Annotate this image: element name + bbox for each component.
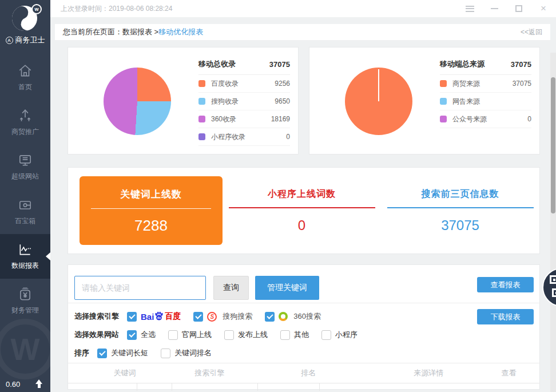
baidu-logo: Bai du 百度 <box>141 311 181 322</box>
filter-label: 选择搜索引擎 <box>74 311 119 322</box>
baidu-engine-option[interactable]: Bai du 百度 <box>127 311 181 322</box>
last-login-time: 上次登录时间：2019-08-06 08:28:24 <box>61 4 172 14</box>
miniprogram-checkbox[interactable] <box>321 330 331 340</box>
query-button[interactable]: 查询 <box>213 276 249 300</box>
menu-button[interactable] <box>465 4 474 13</box>
stat-value: 37075 <box>381 217 539 233</box>
view-report-button[interactable]: 查看报表 <box>477 277 534 292</box>
column-header: 排名 <box>238 368 379 378</box>
site-option-publish[interactable]: 发布上线 <box>224 330 268 340</box>
manage-keywords-button[interactable]: 管理关键词 <box>255 276 319 300</box>
column-header: 关键词 <box>68 368 181 378</box>
filter-label: 选择效果网站 <box>74 330 119 340</box>
sidebar-item-home[interactable]: 首页 <box>0 56 50 100</box>
app-logo: w <box>11 5 39 33</box>
sort-option-length[interactable]: 关键词长短 <box>97 348 148 358</box>
vertical-scrollbar[interactable] <box>550 53 556 392</box>
titlebar: 上次登录时间：2019-08-06 08:28:24 × <box>50 0 556 17</box>
sidebar-item-label: 数据报表 <box>11 261 39 271</box>
sidebar-item-label: 百宝箱 <box>15 216 35 226</box>
stat-divider <box>387 207 534 208</box>
legend-swatch <box>198 116 205 122</box>
legend-swatch <box>198 98 205 105</box>
site-option-other[interactable]: 其他 <box>280 330 309 340</box>
sidebar-item-super-website[interactable]: 超级网站 <box>0 145 50 189</box>
back-link[interactable]: <<返回 <box>521 27 542 37</box>
sidebar-item-finance[interactable]: 财务管理 <box>0 279 50 323</box>
360-checkbox[interactable] <box>265 312 275 322</box>
sogou-engine-option[interactable]: S 搜狗搜索 <box>193 311 252 322</box>
sidebar-item-data-report[interactable]: 数据报表 <box>0 234 50 279</box>
legend-item: 小程序收录 0 <box>198 128 290 146</box>
keyword-search-input[interactable] <box>74 276 206 300</box>
watermark-shield-icon: W <box>0 319 50 379</box>
360-engine-option[interactable]: 360搜索 <box>265 311 321 322</box>
minimize-button[interactable] <box>490 4 499 13</box>
other-checkbox[interactable] <box>280 330 290 340</box>
legend-item: 公众号来源 0 <box>440 110 531 128</box>
legend-total: 37075 <box>511 60 531 69</box>
official-site-checkbox[interactable] <box>168 330 178 340</box>
qr-code-icon <box>550 275 556 284</box>
sogou-logo-icon: S <box>207 312 217 322</box>
sidebar-nav: 首页 商贸推广 超级网站 百宝箱 数据报表 财务管理 <box>0 56 50 323</box>
qr-code-icon <box>552 288 556 297</box>
sidebar-item-promotion[interactable]: 商贸推广 <box>0 100 50 145</box>
sidebar: w A 商务卫士 首页 商贸推广 超级网站 百宝箱 数据报表 财务管理 <box>0 0 50 392</box>
keyword-online-stat[interactable]: 关键词上线数 7288 <box>80 176 223 245</box>
hamburger-icon <box>466 6 474 12</box>
site-option-official[interactable]: 官网上线 <box>168 330 212 340</box>
keyword-length-checkbox[interactable] <box>97 349 107 358</box>
mobile-source-chart-card: 移动端总来源 37075 商贸来源 37075 网告来源 <box>309 47 540 155</box>
stat-title: 搜索前三页信息数 <box>381 188 539 200</box>
legend-item: 商贸来源 37075 <box>440 75 531 93</box>
table-row <box>68 383 539 391</box>
stat-divider <box>91 208 211 209</box>
toolbox-icon <box>18 197 33 212</box>
sidebar-item-label: 商贸推广 <box>11 127 39 137</box>
close-button[interactable]: × <box>539 4 548 13</box>
version-number: 0.60 <box>6 380 20 389</box>
result-table-header: 关键词 搜索引擎 排名 来源详情 查看 <box>68 363 539 383</box>
brand-name: 商务卫士 <box>15 35 45 45</box>
legend-item: 网告来源 <box>440 93 531 110</box>
upload-arrow-icon[interactable] <box>34 379 43 389</box>
maximize-button[interactable] <box>514 4 523 13</box>
select-all-checkbox[interactable] <box>127 330 137 340</box>
baidu-checkbox[interactable] <box>127 312 137 322</box>
breadcrumb-current[interactable]: 移动优化报表 <box>158 27 203 37</box>
sogou-checkbox[interactable] <box>193 312 203 322</box>
monitor-icon <box>18 153 33 168</box>
scrollbar-thumb[interactable] <box>551 77 555 213</box>
sidebar-item-label: 首页 <box>18 82 32 92</box>
legend-swatch <box>440 98 447 105</box>
legend-swatch <box>198 80 205 87</box>
mobile-source-pie-chart[interactable] <box>345 68 412 135</box>
column-header: 来源详情 <box>379 368 478 378</box>
chart-report-icon <box>18 242 33 257</box>
mobile-index-pie-chart[interactable] <box>104 68 171 135</box>
site-option-all[interactable]: 全选 <box>127 330 156 340</box>
stat-value: 0 <box>223 217 381 233</box>
chart-legend: 移动总收录 37075 百度收录 9256 搜狗收录 9650 <box>198 59 290 146</box>
legend-item: 360收录 18169 <box>198 110 290 128</box>
breadcrumb-prefix: 您当前所在页面：数据报表 > <box>63 27 158 37</box>
miniprogram-words-stat[interactable]: 小程序上线词数 0 <box>223 188 381 233</box>
top3-pages-stat[interactable]: 搜索前三页信息数 37075 <box>381 188 539 233</box>
keyword-rank-checkbox[interactable] <box>161 349 170 358</box>
effect-site-filter-row: 选择效果网站 全选 官网上线 发布上线 其他 <box>74 326 539 343</box>
sidebar-item-toolbox[interactable]: 百宝箱 <box>0 189 50 234</box>
sort-option-rank[interactable]: 关键词排名 <box>161 348 212 358</box>
sidebar-item-label: 财务管理 <box>11 306 39 315</box>
stat-title: 小程序上线词数 <box>223 188 381 200</box>
search-engine-filter-row: 选择搜索引擎 Bai du <box>74 308 539 325</box>
legend-item: 百度收录 9256 <box>198 75 290 93</box>
publish-checkbox[interactable] <box>224 330 234 340</box>
stat-title: 关键词上线数 <box>80 188 223 201</box>
legend-title: 移动总收录 <box>198 59 236 69</box>
stat-value: 7288 <box>80 217 223 235</box>
download-report-button[interactable]: 下载报表 <box>477 309 534 324</box>
360-logo-icon <box>279 312 288 321</box>
pie-divider-line <box>378 69 379 101</box>
site-option-miniprogram[interactable]: 小程序 <box>321 330 358 340</box>
